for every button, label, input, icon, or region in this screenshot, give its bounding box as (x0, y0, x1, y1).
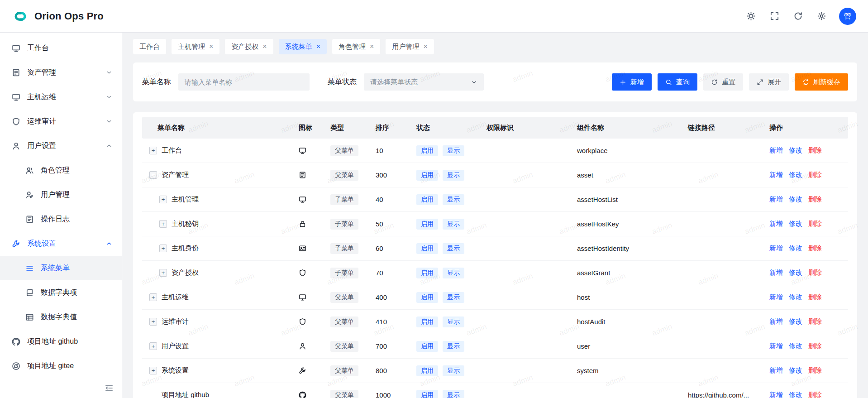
sidebar-subitem[interactable]: 数据字典值 (0, 305, 122, 329)
menu-status-select[interactable]: 请选择菜单状态 (364, 73, 484, 91)
row-action-add[interactable]: 新增 (769, 146, 783, 155)
reset-button[interactable]: 重置 (703, 73, 743, 91)
sidebar-item[interactable]: 运维审计 (0, 109, 122, 134)
menu-sort: 50 (368, 220, 409, 228)
column-header: 权限标识 (479, 124, 570, 132)
user-avatar[interactable]: 管 (839, 8, 856, 25)
row-action-edit[interactable]: 修改 (789, 171, 802, 179)
menu-name: 主机管理 (172, 195, 199, 204)
refresh-cache-button[interactable]: 刷新缓存 (795, 73, 848, 91)
row-action-edit[interactable]: 修改 (789, 244, 802, 253)
row-expander[interactable]: − (149, 171, 157, 179)
tab-close-icon[interactable]: × (262, 43, 267, 50)
row-action-edit[interactable]: 修改 (789, 317, 802, 326)
row-action-add[interactable]: 新增 (769, 293, 783, 302)
page-tab[interactable]: 角色管理× (332, 39, 380, 54)
row-expander[interactable]: + (149, 147, 157, 154)
sidebar-item-label: 运维审计 (27, 117, 56, 126)
row-action-delete[interactable]: 删除 (808, 244, 822, 253)
row-action-add[interactable]: 新增 (769, 244, 783, 253)
status-badge: 显示 (443, 292, 464, 303)
expand-button[interactable]: 展开 (749, 73, 789, 91)
row-action-delete[interactable]: 删除 (808, 366, 822, 375)
row-expander[interactable]: + (159, 245, 167, 252)
sidebar-item[interactable]: 系统设置 (0, 231, 122, 256)
row-action-add[interactable]: 新增 (769, 195, 783, 204)
page-tab[interactable]: 资产授权× (225, 39, 273, 54)
top-header: Orion Ops Pro 管 (0, 0, 868, 33)
row-action-delete[interactable]: 删除 (808, 342, 822, 350)
page-tab[interactable]: 工作台 (133, 39, 166, 54)
page-tab[interactable]: 用户管理× (386, 39, 434, 54)
monitor-icon (299, 147, 306, 154)
add-button[interactable]: 新增 (612, 73, 652, 91)
table-row: +主机秘钥子菜单50启用显示assetHostKey新增修改删除 (142, 212, 848, 236)
monitor-icon (12, 93, 20, 101)
row-action-edit[interactable]: 修改 (789, 391, 802, 398)
menu-component: asset (570, 171, 681, 179)
chevron-down-icon (471, 79, 477, 86)
row-action-delete[interactable]: 删除 (808, 391, 822, 398)
theme-toggle-button[interactable] (741, 7, 760, 26)
row-expander[interactable]: + (149, 342, 157, 350)
row-action-delete[interactable]: 删除 (808, 220, 822, 228)
row-action-edit[interactable]: 修改 (789, 220, 802, 228)
row-expander[interactable]: + (159, 196, 167, 203)
row-expander[interactable]: + (159, 269, 167, 277)
row-action-add[interactable]: 新增 (769, 220, 783, 228)
row-expander[interactable]: + (149, 293, 157, 301)
tab-close-icon[interactable]: × (370, 43, 374, 50)
page-tab[interactable]: 系统菜单× (279, 39, 327, 54)
sidebar-subitem[interactable]: 系统菜单 (0, 256, 122, 280)
tab-close-icon[interactable]: × (316, 43, 320, 50)
row-expander[interactable]: + (159, 220, 167, 228)
row-action-delete[interactable]: 删除 (808, 293, 822, 302)
sidebar-item[interactable]: 项目地址 gitee (0, 354, 122, 378)
sidebar-subitem[interactable]: 角色管理 (0, 158, 122, 182)
search-button[interactable]: 查询 (658, 73, 697, 91)
page-tab[interactable]: 主机管理× (172, 39, 219, 54)
row-action-delete[interactable]: 删除 (808, 269, 822, 277)
shield-icon (12, 117, 20, 126)
row-expander[interactable]: + (149, 367, 157, 374)
row-action-delete[interactable]: 删除 (808, 146, 822, 155)
sidebar-item[interactable]: 用户设置 (0, 134, 122, 158)
sidebar-subitem[interactable]: 操作日志 (0, 207, 122, 231)
row-action-delete[interactable]: 删除 (808, 195, 822, 204)
row-action-add[interactable]: 新增 (769, 317, 783, 326)
chevron-up-icon (105, 240, 113, 247)
row-action-delete[interactable]: 删除 (808, 171, 822, 179)
sidebar-item[interactable]: 资产管理 (0, 60, 122, 85)
row-action-add[interactable]: 新增 (769, 171, 783, 179)
row-expander[interactable]: + (149, 318, 157, 326)
menu-name-input[interactable] (178, 73, 310, 91)
status-badge: 显示 (443, 341, 464, 352)
sidebar-subitem[interactable]: 用户管理 (0, 182, 122, 207)
row-action-add[interactable]: 新增 (769, 391, 783, 398)
status-badge: 启用 (416, 268, 438, 278)
reload-button[interactable] (788, 7, 807, 26)
filter-bar: 菜单名称 菜单状态 请选择菜单状态 新增 查询 重置 (133, 62, 857, 101)
sidebar-collapse-button[interactable] (105, 384, 114, 393)
tab-close-icon[interactable]: × (209, 43, 213, 50)
menu-type-tag: 父菜单 (330, 170, 358, 181)
row-action-edit[interactable]: 修改 (789, 293, 802, 302)
row-action-edit[interactable]: 修改 (789, 146, 802, 155)
row-action-add[interactable]: 新增 (769, 342, 783, 350)
row-action-edit[interactable]: 修改 (789, 366, 802, 375)
tab-close-icon[interactable]: × (423, 43, 427, 50)
row-action-edit[interactable]: 修改 (789, 342, 802, 350)
sidebar-item[interactable]: 项目地址 github (0, 329, 122, 354)
row-action-add[interactable]: 新增 (769, 269, 783, 277)
settings-button[interactable] (812, 7, 831, 26)
menu-component: workplace (570, 147, 681, 154)
row-action-add[interactable]: 新增 (769, 366, 783, 375)
sidebar-item[interactable]: 工作台 (0, 36, 122, 60)
row-action-edit[interactable]: 修改 (789, 269, 802, 277)
sidebar-subitem[interactable]: 数据字典项 (0, 280, 122, 305)
row-action-delete[interactable]: 删除 (808, 317, 822, 326)
status-badge: 启用 (416, 194, 438, 205)
fullscreen-button[interactable] (765, 7, 784, 26)
sidebar-item[interactable]: 主机运维 (0, 85, 122, 109)
row-action-edit[interactable]: 修改 (789, 195, 802, 204)
